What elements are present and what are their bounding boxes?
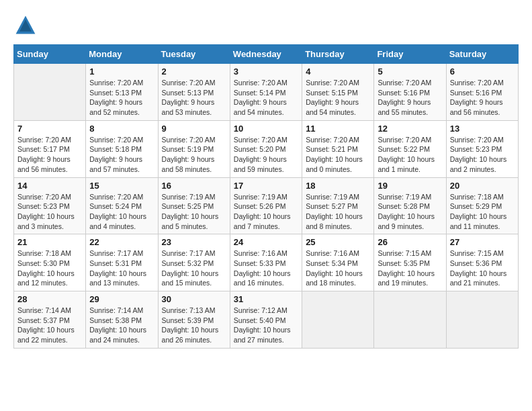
calendar-cell: 13Sunrise: 7:20 AM Sunset: 5:23 PM Dayli… (446, 120, 518, 177)
day-info: Sunrise: 7:16 AM Sunset: 5:33 PM Dayligh… (234, 248, 298, 288)
day-info: Sunrise: 7:20 AM Sunset: 5:16 PM Dayligh… (450, 78, 515, 118)
weekday-header-thursday: Thursday (302, 45, 374, 64)
day-number: 13 (450, 124, 515, 134)
calendar-cell: 18Sunrise: 7:19 AM Sunset: 5:27 PM Dayli… (302, 177, 374, 234)
day-number: 29 (89, 294, 154, 304)
logo-icon (13, 13, 38, 38)
day-number: 2 (162, 66, 226, 77)
calendar-week-1: 1Sunrise: 7:20 AM Sunset: 5:13 PM Daylig… (14, 64, 519, 121)
calendar-body: 1Sunrise: 7:20 AM Sunset: 5:13 PM Daylig… (14, 64, 519, 349)
weekday-header-wednesday: Wednesday (230, 45, 302, 64)
calendar-cell: 8Sunrise: 7:20 AM Sunset: 5:18 PM Daylig… (86, 120, 158, 177)
calendar-cell: 23Sunrise: 7:17 AM Sunset: 5:32 PM Dayli… (158, 234, 230, 291)
day-number: 31 (234, 294, 298, 304)
weekday-row: SundayMondayTuesdayWednesdayThursdayFrid… (14, 45, 519, 64)
day-info: Sunrise: 7:20 AM Sunset: 5:13 PM Dayligh… (162, 78, 226, 118)
weekday-header-sunday: Sunday (14, 45, 86, 64)
day-number: 24 (234, 237, 298, 247)
calendar-cell: 1Sunrise: 7:20 AM Sunset: 5:13 PM Daylig… (86, 64, 158, 121)
weekday-header-saturday: Saturday (446, 45, 518, 64)
weekday-header-monday: Monday (86, 45, 158, 64)
day-info: Sunrise: 7:20 AM Sunset: 5:15 PM Dayligh… (306, 78, 370, 118)
day-info: Sunrise: 7:15 AM Sunset: 5:36 PM Dayligh… (450, 248, 515, 288)
day-info: Sunrise: 7:19 AM Sunset: 5:27 PM Dayligh… (306, 192, 370, 232)
day-info: Sunrise: 7:13 AM Sunset: 5:39 PM Dayligh… (162, 306, 226, 345)
day-info: Sunrise: 7:20 AM Sunset: 5:24 PM Dayligh… (89, 192, 154, 232)
day-info: Sunrise: 7:14 AM Sunset: 5:38 PM Dayligh… (89, 306, 154, 345)
day-number: 28 (17, 294, 82, 304)
calendar-cell: 19Sunrise: 7:19 AM Sunset: 5:28 PM Dayli… (374, 177, 446, 234)
day-number: 8 (89, 124, 154, 134)
calendar-cell: 9Sunrise: 7:20 AM Sunset: 5:19 PM Daylig… (158, 120, 230, 177)
day-number: 18 (306, 181, 370, 191)
day-info: Sunrise: 7:19 AM Sunset: 5:28 PM Dayligh… (378, 192, 442, 232)
day-number: 17 (234, 181, 298, 191)
calendar-cell: 20Sunrise: 7:18 AM Sunset: 5:29 PM Dayli… (446, 177, 518, 234)
calendar-cell: 25Sunrise: 7:16 AM Sunset: 5:34 PM Dayli… (302, 234, 374, 291)
day-info: Sunrise: 7:20 AM Sunset: 5:14 PM Dayligh… (234, 78, 298, 118)
calendar-cell: 31Sunrise: 7:12 AM Sunset: 5:40 PM Dayli… (230, 291, 302, 349)
day-number: 27 (450, 237, 515, 247)
calendar-cell: 26Sunrise: 7:15 AM Sunset: 5:35 PM Dayli… (374, 234, 446, 291)
day-info: Sunrise: 7:19 AM Sunset: 5:26 PM Dayligh… (234, 192, 298, 232)
day-info: Sunrise: 7:20 AM Sunset: 5:13 PM Dayligh… (89, 78, 154, 118)
calendar-cell: 16Sunrise: 7:19 AM Sunset: 5:25 PM Dayli… (158, 177, 230, 234)
day-info: Sunrise: 7:20 AM Sunset: 5:17 PM Dayligh… (17, 135, 82, 175)
calendar-cell: 30Sunrise: 7:13 AM Sunset: 5:39 PM Dayli… (158, 291, 230, 349)
day-number: 3 (234, 66, 298, 77)
page-header (13, 13, 519, 38)
day-info: Sunrise: 7:18 AM Sunset: 5:29 PM Dayligh… (450, 192, 515, 232)
calendar-cell: 15Sunrise: 7:20 AM Sunset: 5:24 PM Dayli… (86, 177, 158, 234)
day-info: Sunrise: 7:18 AM Sunset: 5:30 PM Dayligh… (17, 248, 82, 288)
weekday-header-friday: Friday (374, 45, 446, 64)
calendar-cell: 2Sunrise: 7:20 AM Sunset: 5:13 PM Daylig… (158, 64, 230, 121)
logo (13, 13, 40, 38)
day-info: Sunrise: 7:20 AM Sunset: 5:20 PM Dayligh… (234, 135, 298, 175)
calendar-cell: 14Sunrise: 7:20 AM Sunset: 5:23 PM Dayli… (14, 177, 86, 234)
calendar-cell: 3Sunrise: 7:20 AM Sunset: 5:14 PM Daylig… (230, 64, 302, 121)
calendar-cell: 28Sunrise: 7:14 AM Sunset: 5:37 PM Dayli… (14, 291, 86, 349)
calendar-cell: 11Sunrise: 7:20 AM Sunset: 5:21 PM Dayli… (302, 120, 374, 177)
day-info: Sunrise: 7:16 AM Sunset: 5:34 PM Dayligh… (306, 248, 370, 288)
calendar-cell: 17Sunrise: 7:19 AM Sunset: 5:26 PM Dayli… (230, 177, 302, 234)
calendar-cell (14, 64, 86, 121)
calendar-week-4: 21Sunrise: 7:18 AM Sunset: 5:30 PM Dayli… (14, 234, 519, 291)
calendar-cell: 6Sunrise: 7:20 AM Sunset: 5:16 PM Daylig… (446, 64, 518, 121)
day-number: 15 (89, 181, 154, 191)
calendar-cell: 4Sunrise: 7:20 AM Sunset: 5:15 PM Daylig… (302, 64, 374, 121)
weekday-header-tuesday: Tuesday (158, 45, 230, 64)
day-number: 4 (306, 66, 370, 77)
day-info: Sunrise: 7:20 AM Sunset: 5:23 PM Dayligh… (450, 135, 515, 175)
day-info: Sunrise: 7:17 AM Sunset: 5:31 PM Dayligh… (89, 248, 154, 288)
day-info: Sunrise: 7:20 AM Sunset: 5:18 PM Dayligh… (89, 135, 154, 175)
calendar-cell: 5Sunrise: 7:20 AM Sunset: 5:16 PM Daylig… (374, 64, 446, 121)
day-number: 16 (162, 181, 226, 191)
day-number: 26 (378, 237, 442, 247)
calendar-cell: 24Sunrise: 7:16 AM Sunset: 5:33 PM Dayli… (230, 234, 302, 291)
calendar-cell: 7Sunrise: 7:20 AM Sunset: 5:17 PM Daylig… (14, 120, 86, 177)
day-number: 9 (162, 124, 226, 134)
day-number: 25 (306, 237, 370, 247)
day-number: 1 (89, 66, 154, 77)
calendar-cell: 10Sunrise: 7:20 AM Sunset: 5:20 PM Dayli… (230, 120, 302, 177)
day-number: 21 (17, 237, 82, 247)
day-info: Sunrise: 7:15 AM Sunset: 5:35 PM Dayligh… (378, 248, 442, 288)
day-info: Sunrise: 7:20 AM Sunset: 5:23 PM Dayligh… (17, 192, 82, 232)
day-number: 30 (162, 294, 226, 304)
calendar-cell (446, 291, 518, 349)
day-number: 6 (450, 66, 515, 77)
day-number: 14 (17, 181, 82, 191)
calendar-cell: 27Sunrise: 7:15 AM Sunset: 5:36 PM Dayli… (446, 234, 518, 291)
day-info: Sunrise: 7:14 AM Sunset: 5:37 PM Dayligh… (17, 306, 82, 345)
day-number: 20 (450, 181, 515, 191)
day-number: 11 (306, 124, 370, 134)
day-info: Sunrise: 7:17 AM Sunset: 5:32 PM Dayligh… (162, 248, 226, 288)
calendar-cell: 21Sunrise: 7:18 AM Sunset: 5:30 PM Dayli… (14, 234, 86, 291)
day-number: 10 (234, 124, 298, 134)
day-info: Sunrise: 7:12 AM Sunset: 5:40 PM Dayligh… (234, 306, 298, 345)
calendar-table: SundayMondayTuesdayWednesdayThursdayFrid… (13, 44, 519, 349)
calendar-cell: 22Sunrise: 7:17 AM Sunset: 5:31 PM Dayli… (86, 234, 158, 291)
day-info: Sunrise: 7:20 AM Sunset: 5:21 PM Dayligh… (306, 135, 370, 175)
day-info: Sunrise: 7:20 AM Sunset: 5:16 PM Dayligh… (378, 78, 442, 118)
day-number: 5 (378, 66, 442, 77)
